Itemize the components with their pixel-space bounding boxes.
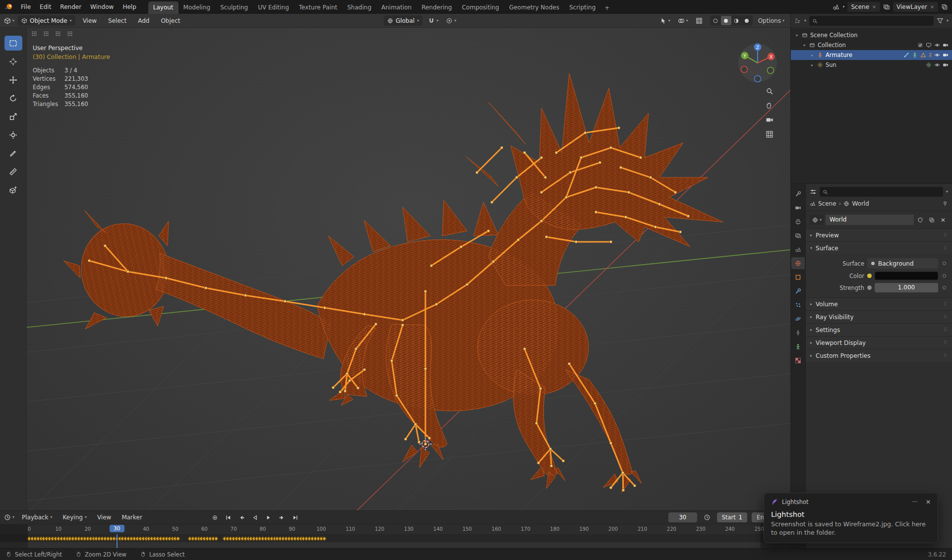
world-color-swatch[interactable] [875,272,938,280]
new-view-layer-icon[interactable] [941,3,948,10]
outliner-row-armature[interactable]: ▸ Armature 2 [791,50,952,60]
zoom-icon[interactable] [766,87,774,95]
menu-object[interactable]: Object [157,15,184,26]
properties-editor-icon[interactable] [810,188,817,195]
tab-uv-editing[interactable]: UV Editing [253,1,294,14]
viewport-3d[interactable]: User Perspective (30) Collection | Armat… [0,28,790,510]
xray-toggle[interactable] [694,16,705,25]
eye-icon[interactable] [934,62,940,68]
show-gizmo-toggle[interactable]: ▾ [658,16,672,25]
outliner-row-scene-collection[interactable]: ▾ Scene Collection [791,30,952,40]
outliner-row-collection[interactable]: ▾ Collection [791,40,952,50]
menu-marker[interactable]: Marker [119,512,145,522]
unlink-button[interactable] [938,215,948,225]
properties-search-input[interactable] [820,187,943,197]
breadcrumb-world[interactable]: World [852,200,869,207]
clock-icon[interactable] [704,514,711,521]
toast-menu-button[interactable]: ··· [912,499,917,505]
eye-icon[interactable] [934,52,940,58]
tab-modifiers[interactable] [791,285,805,297]
tab-modeling[interactable]: Modeling [178,1,216,14]
menu-edit[interactable]: Edit [36,1,55,12]
tab-shading[interactable]: Shading [342,1,376,14]
bone-icon[interactable] [903,52,909,58]
tool-transform[interactable] [4,127,22,142]
panel-ray-visibility[interactable]: ▸Ray Visibility⠿ [806,310,952,323]
tool-rotate[interactable] [4,91,22,106]
tool-measure[interactable] [4,164,22,179]
camera-icon[interactable] [943,52,949,58]
chevron-down-icon[interactable]: ▾ [947,19,949,23]
menu-file[interactable]: File [17,1,35,12]
grid-widget-icon[interactable] [43,30,50,37]
tab-animation[interactable]: Animation [376,1,416,14]
keyframe-diamond[interactable] [176,536,180,541]
chevron-down-icon[interactable]: ▾ [804,19,806,23]
tab-compositing[interactable]: Compositing [457,1,504,14]
surface-type-button[interactable]: Background [867,258,938,269]
play-button[interactable] [263,513,274,522]
playhead-chip[interactable]: 30 [110,525,124,532]
menu-window[interactable]: Window [86,1,118,12]
world-name-field[interactable]: World [826,215,914,225]
camera-icon[interactable] [943,62,949,68]
panel-settings[interactable]: ▸Settings⠿ [806,323,952,336]
previous-keyframe-button[interactable] [236,513,247,522]
timeline-editor-button[interactable]: ▾ [4,514,14,521]
jump-to-start-button[interactable] [223,513,234,522]
breadcrumb-scene[interactable]: Scene [818,200,836,207]
fake-user-button[interactable] [915,215,925,225]
gizmo-z-label[interactable]: Z [756,45,759,50]
tool-scale[interactable] [4,109,22,124]
tab-sculpting[interactable]: Sculpting [215,1,253,14]
panel-preview[interactable]: ▸Preview⠿ [806,228,952,241]
play-reverse-button[interactable] [249,513,261,522]
decorator-icon[interactable] [943,262,946,265]
navigation-gizmo[interactable]: Z X Y [737,41,778,82]
grid-widget-icon[interactable] [31,30,38,37]
jump-to-end-button[interactable] [290,513,301,522]
transform-orientation-selector[interactable]: Global ▾ [384,15,422,26]
editor-type-button[interactable]: ▾ [4,17,14,24]
view-layer-browse-icon[interactable] [883,3,890,10]
tab-texture[interactable] [791,354,805,366]
tab-world[interactable] [791,257,805,269]
toast-close-button[interactable]: ✕ [926,499,931,505]
tab-scene[interactable] [791,243,805,255]
menu-view[interactable]: View [94,512,114,522]
gizmo-y-label[interactable]: Y [743,54,746,58]
filter-icon[interactable] [937,17,944,24]
copy-datablock-button[interactable] [927,215,937,225]
pose-icon[interactable] [912,52,918,58]
tab-tool[interactable] [791,188,805,200]
checkbox-icon[interactable] [917,42,923,48]
tool-move[interactable] [4,72,22,87]
outliner-search-input[interactable] [809,16,934,26]
scene-selector[interactable]: Scene [847,2,880,12]
tab-layout[interactable]: Layout [148,1,178,14]
shading-material-button[interactable] [731,16,742,25]
ortho-toggle-icon[interactable] [766,130,774,138]
panel-volume[interactable]: ▸Volume⠿ [806,297,952,310]
strength-slider[interactable]: 1.000 [875,283,938,292]
tab-constraints[interactable] [791,327,805,338]
lightshot-notification[interactable]: Lightshot ··· ✕ Lightshot Screenshot is … [764,493,938,543]
current-frame-field[interactable]: 30 [668,512,697,522]
tool-add-cube[interactable] [4,182,22,197]
menu-playback[interactable]: Playback▾ [19,512,56,522]
tool-select-box[interactable] [4,36,22,51]
tool-cursor[interactable] [4,54,22,69]
panel-surface[interactable]: ▾Surface⠿ Surface Background Color [806,241,952,297]
outliner-editor-icon[interactable] [794,17,801,24]
next-keyframe-button[interactable] [276,513,288,522]
camera-view-icon[interactable] [766,116,774,124]
pin-icon[interactable] [942,201,948,207]
snap-toggle[interactable]: ▾ [426,16,440,25]
frame-start-field[interactable]: Start 1 [717,512,747,522]
tab-scripting[interactable]: Scripting [564,1,600,14]
outliner-row-sun[interactable]: ▸ Sun [791,60,952,70]
tab-output[interactable] [791,216,805,227]
menu-add[interactable]: Add [134,15,153,26]
panel-viewport-display[interactable]: ▸Viewport Display⠿ [806,336,952,349]
auto-keying-button[interactable] [209,513,221,522]
